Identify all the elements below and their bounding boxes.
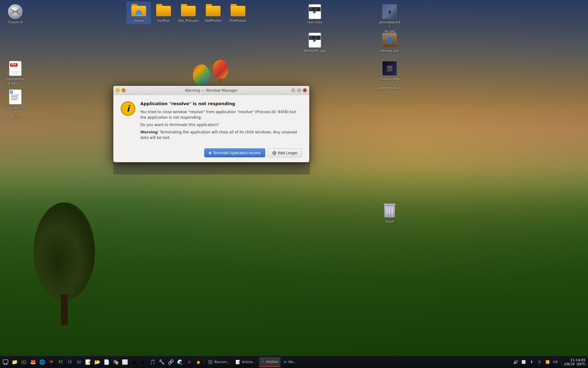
tray-bluetooth[interactable]: B xyxy=(537,359,543,365)
taskbar-diamond[interactable]: ◆ xyxy=(194,358,203,366)
window-close-button[interactable]: ✕ xyxy=(303,88,307,92)
taskbar-hiri[interactable]: H xyxy=(66,358,74,366)
warning-dialog: Warning — Window Manager ✕ i Application… xyxy=(113,86,309,162)
taskbar-music[interactable]: 🎵 xyxy=(148,358,157,366)
desktop-icon-home[interactable]: Home xyxy=(126,2,151,24)
desktop-icon-concept-mov[interactable]: ▶ ProfilePic.jpg xyxy=(303,32,327,54)
taskbar: 📁 >_ 🦊 🌐 ❤ M H W 📝 📂 📄 🎭 ⬜ ◆ ▶ 🎵 🔧 🔗 🌊 ✕… xyxy=(0,356,588,368)
tray-network[interactable]: 📶 xyxy=(545,359,551,365)
desktop-icon-label-fusion9: Fusion 9 xyxy=(8,20,22,25)
desktop-icon-label-oldphotos: OldPhotos xyxy=(205,19,222,23)
tray-separator xyxy=(561,359,561,365)
desktop-icon-label-indulgentone: indulgentonebacu... xyxy=(4,105,26,119)
taskbar-midori[interactable]: M xyxy=(56,358,65,366)
window-controls-left xyxy=(116,88,126,92)
dialog-title: Warning — Window Manager xyxy=(185,88,238,93)
taskbar-app2[interactable]: ⬜ xyxy=(121,358,129,366)
taskbar-thunar[interactable]: 📂 xyxy=(93,358,102,366)
dialog-heading: Application "resolve" is not responding xyxy=(140,101,302,106)
desktop-icon-profilepic[interactable]: 👤 Heroes.pdf xyxy=(377,32,402,54)
wait-longer-button-label: Wait Longer xyxy=(278,151,297,155)
tray-volume[interactable]: 🔊 xyxy=(513,359,519,365)
desktop-icon-phonebackdrop[interactable]: 📱 phonebackdrop.jpg xyxy=(377,3,402,35)
dialog-body-text2: Do you want to terminate this applicatio… xyxy=(140,122,302,128)
window-maximize-button[interactable] xyxy=(122,88,126,92)
taskbar-app-label-mail: Ma... xyxy=(288,360,297,364)
dialog-titlebar: Warning — Window Manager ✕ xyxy=(113,86,309,95)
desktop-icon-label-profilepic: Heroes.pdf xyxy=(380,49,399,53)
taskbar-terminal[interactable]: >_ xyxy=(20,358,28,366)
taskbar-x-app[interactable]: ✕ xyxy=(185,358,194,366)
wait-btn-icon: ⏻ xyxy=(272,151,276,155)
window-control-btn2[interactable] xyxy=(297,88,301,92)
taskbar-network[interactable]: 🔗 xyxy=(167,358,175,366)
tray-screen[interactable]: ⬜ xyxy=(521,359,527,365)
desktop-icon-label-concept-mov: ProfilePic.jpg xyxy=(304,49,326,53)
taskbar-app-label-blackmagic: Blackm... xyxy=(214,360,230,364)
desktop-icon-trash[interactable]: Trash xyxy=(377,202,402,225)
taskbar-running-article[interactable]: 📝 Article... xyxy=(233,357,258,367)
taskbar-running-blackmagic[interactable]: ⬛ Blackm... xyxy=(205,357,232,367)
taskbar-app-icon-mail: ✉ xyxy=(284,360,287,364)
taskbar-running-resolve[interactable]: ✕ resolve xyxy=(259,357,281,367)
desktop-icon-label-thedeus: TheDeusPassagePoster.jpg xyxy=(379,77,401,94)
info-icon: i xyxy=(121,101,135,116)
taskbar-firefox[interactable]: 🦊 xyxy=(29,358,37,366)
tray-locale[interactable]: US xyxy=(552,359,559,365)
taskbar-app3[interactable]: ◆ xyxy=(130,358,138,366)
desktop-icon-oldpictures[interactable]: Old_Pictures xyxy=(176,2,201,24)
terminate-btn-dot xyxy=(209,152,211,154)
tray-updates[interactable]: ⬇ xyxy=(529,359,535,365)
dialog-body-text1: You tried to close window "resolve" from… xyxy=(140,109,302,120)
dialog-warning-content: : Terminating the application will close… xyxy=(140,130,297,140)
dialog-icon-area: i xyxy=(121,101,135,116)
taskbar-running-mail[interactable]: ✉ Ma... xyxy=(281,357,299,367)
desktop-icon-forpost[interactable]: ForPost xyxy=(151,2,176,24)
taskbar-app-icon-blackmagic: ⬛ xyxy=(208,360,213,364)
clock-time: 11:14:05 xyxy=(571,358,586,362)
desktop-icon-label-heroes-pdf: indulgentone bacu... xyxy=(4,77,26,86)
desktop-icon-label-reel-mov: reel.mov xyxy=(307,20,322,25)
taskbar-left: 📁 >_ 🦊 🌐 ❤ M H W 📝 📂 📄 🎭 ⬜ ◆ ▶ 🎵 🔧 🔗 🌊 ✕… xyxy=(0,357,300,367)
desktop-icon-prophotos[interactable]: ProPhotos xyxy=(226,2,250,24)
taskbar-wordpress[interactable]: W xyxy=(75,358,83,366)
taskbar-clock[interactable]: 11:14:05 2/8/18 (EET) xyxy=(564,358,586,366)
dialog-warning-label: Warning xyxy=(140,130,158,134)
window-controls-right: ✕ xyxy=(291,88,307,92)
desktop: Fusion 9 Home ForPost O xyxy=(0,0,588,368)
taskbar-files[interactable]: 📁 xyxy=(10,358,19,366)
taskbar-app1[interactable]: 🎭 xyxy=(111,358,120,366)
desktop-icon-heroes-pdf[interactable]: PDF indulgentone bacu... xyxy=(3,60,28,87)
clock-date: 2/8/18 (EET) xyxy=(564,362,586,366)
svg-text:>_: >_ xyxy=(22,361,25,364)
taskbar-settings[interactable]: 🔧 xyxy=(157,358,166,366)
taskbar-ranger[interactable]: 📄 xyxy=(102,358,111,366)
taskbar-separator-1 xyxy=(204,359,204,365)
desktop-icon-label-forpost: ForPost xyxy=(157,19,170,23)
wait-longer-button[interactable]: ⏻ Wait Longer xyxy=(268,148,302,157)
desktop-icon-label-trash: Trash xyxy=(385,220,394,224)
desktop-icon-indulgentone[interactable]: V indulgentonebacu... xyxy=(3,88,28,120)
taskbar-leafpad[interactable]: 📝 xyxy=(84,358,92,366)
desktop-icon-oldphotos[interactable]: OldPhotos xyxy=(201,2,225,24)
taskbar-vivaldi[interactable]: ❤ xyxy=(47,358,56,366)
taskbar-tray: 🔊 ⬜ ⬇ B 📶 US 11:14:05 2/8/18 (EET) xyxy=(510,358,588,366)
window-control-btn1[interactable] xyxy=(291,88,295,92)
terminate-button[interactable]: Terminate Application resolve xyxy=(204,148,265,157)
dialog-body: i Application "resolve" is not respondin… xyxy=(113,95,309,145)
desktop-icon-thedeus[interactable]: 🎬 TheDeusPassagePoster.jpg xyxy=(377,60,402,96)
taskbar-show-desktop[interactable] xyxy=(1,358,10,366)
dialog-content: Application "resolve" is not responding … xyxy=(140,101,302,140)
taskbar-app4[interactable]: ▶ xyxy=(139,358,148,366)
taskbar-app-label-resolve: resolve xyxy=(266,360,278,364)
taskbar-chromium[interactable]: 🌐 xyxy=(38,358,47,366)
terminate-button-label: Terminate Application resolve xyxy=(213,151,261,155)
desktop-icon-reel-mov[interactable]: ▶ reel.mov xyxy=(303,3,327,26)
window-minimize-button[interactable] xyxy=(116,88,120,92)
desktop-icon-fusion9[interactable]: Fusion 9 xyxy=(3,3,28,26)
taskbar-app-label-article: Article... xyxy=(242,360,256,364)
desktop-icon-label-prophotos: ProPhotos xyxy=(230,19,247,23)
taskbar-wave[interactable]: 🌊 xyxy=(176,358,184,366)
taskbar-app-icon-resolve: ✕ xyxy=(262,360,264,364)
desktop-icon-label-home: Home xyxy=(134,19,144,23)
